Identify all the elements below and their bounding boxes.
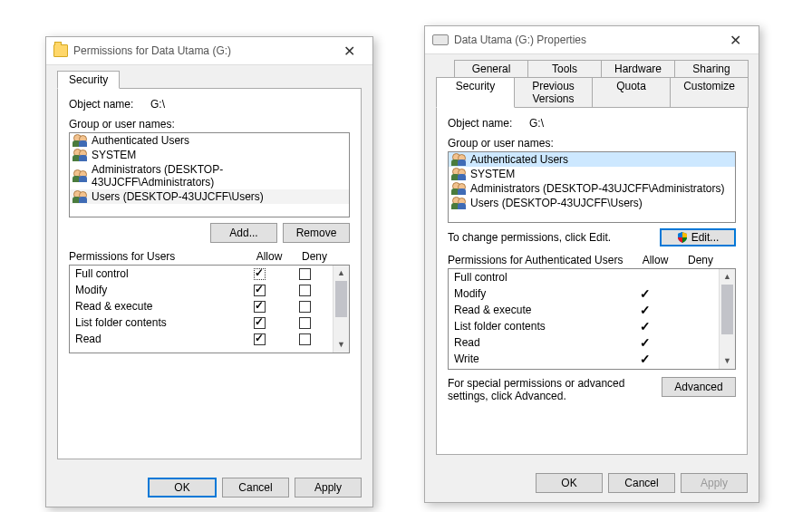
window-title: Permissions for Data Utama (G:)	[68, 44, 331, 57]
perm-row: Modify ✓	[449, 285, 719, 302]
allow-check-icon: ✓	[640, 352, 651, 366]
perm-row: List folder contents	[70, 314, 333, 331]
remove-button[interactable]: Remove	[283, 223, 350, 243]
allow-checkbox[interactable]	[254, 301, 266, 313]
perm-row: Modify	[70, 282, 333, 298]
permissions-listbox: Full control Modify ✓ Read & execute ✓	[448, 268, 736, 370]
scroll-thumb[interactable]	[721, 285, 733, 334]
apply-button[interactable]: Apply	[681, 473, 748, 493]
perm-row: List folder contents ✓	[449, 318, 719, 334]
list-item-label: Administrators (DESKTOP-43UJCFF\Administ…	[92, 163, 345, 188]
titlebar: Data Utama (G:) Properties ✕	[425, 26, 759, 54]
scroll-up-button[interactable]: ▲	[720, 269, 735, 285]
perm-name: List folder contents	[454, 320, 623, 333]
deny-header: Deny	[678, 254, 723, 266]
list-item[interactable]: Administrators (DESKTOP-43UJCFF\Administ…	[449, 181, 735, 196]
perm-name: Read	[75, 333, 237, 345]
allow-check-icon: ✓	[640, 319, 651, 333]
tab-hardware[interactable]: Hardware	[601, 60, 675, 78]
permissions-for-label: Permissions for Authenticated Users	[448, 254, 633, 266]
perm-name: Read	[454, 336, 623, 349]
group-user-label: Group or user names:	[69, 118, 350, 130]
group-user-label: Group or user names:	[448, 137, 736, 150]
perm-name: List folder contents	[75, 316, 237, 329]
list-item[interactable]: SYSTEM	[449, 167, 735, 181]
tab-customize[interactable]: Customize	[670, 77, 749, 108]
users-icon	[73, 134, 88, 147]
permissions-for-label: Permissions for Users	[69, 250, 246, 263]
tab-security[interactable]: Security	[436, 77, 515, 108]
tab-sharing[interactable]: Sharing	[674, 60, 749, 78]
ok-button[interactable]: OK	[536, 473, 603, 493]
deny-checkbox[interactable]	[299, 285, 311, 296]
tab-security[interactable]: Security	[57, 71, 120, 89]
deny-checkbox[interactable]	[299, 333, 311, 345]
list-item[interactable]: Users (DESKTOP-43UJCFF\Users)	[449, 196, 735, 210]
deny-checkbox[interactable]	[299, 301, 311, 313]
scroll-down-button[interactable]: ▼	[334, 337, 349, 353]
deny-header: Deny	[292, 250, 337, 263]
allow-check-icon: ✓	[640, 303, 651, 317]
group-user-listbox[interactable]: Authenticated Users SYSTEM Administrator…	[448, 151, 736, 223]
users-icon	[73, 169, 88, 182]
scrollbar[interactable]: ▲ ▼	[333, 266, 349, 353]
apply-button[interactable]: Apply	[295, 478, 362, 498]
list-item-label: Users (DESKTOP-43UJCFF\Users)	[92, 190, 264, 203]
tab-previous-versions[interactable]: Previous Versions	[514, 77, 593, 108]
users-icon	[73, 190, 88, 203]
list-item-label: Authenticated Users	[470, 153, 568, 166]
shield-icon	[677, 232, 688, 243]
tab-general[interactable]: General	[454, 60, 528, 78]
scroll-up-button[interactable]: ▲	[334, 266, 349, 281]
users-icon	[73, 149, 88, 161]
tab-quota[interactable]: Quota	[592, 77, 671, 108]
permissions-dialog: Permissions for Data Utama (G:) ✕ Securi…	[45, 36, 373, 507]
users-icon	[452, 182, 467, 195]
object-name-label: Object name:	[448, 117, 529, 130]
perm-name: Full control	[75, 267, 237, 280]
change-permissions-label: To change permissions, click Edit.	[448, 231, 660, 244]
ok-button[interactable]: OK	[148, 478, 217, 498]
scroll-down-button[interactable]: ▼	[720, 353, 735, 369]
tab-tools[interactable]: Tools	[527, 60, 602, 78]
perm-name: Write	[454, 353, 623, 365]
cancel-button[interactable]: Cancel	[608, 473, 675, 493]
scrollbar[interactable]: ▲ ▼	[719, 269, 735, 369]
perm-row: Full control	[449, 269, 719, 285]
titlebar: Permissions for Data Utama (G:) ✕	[46, 37, 372, 65]
allow-check-icon: ✓	[640, 335, 651, 350]
perm-row: Read	[70, 331, 333, 347]
perm-row: Read & execute	[70, 298, 333, 314]
allow-checkbox[interactable]	[254, 317, 266, 329]
perm-row: Write ✓	[449, 351, 719, 367]
allow-checkbox[interactable]	[254, 285, 266, 296]
group-user-listbox[interactable]: Authenticated Users SYSTEM Administrator…	[69, 132, 350, 217]
add-button[interactable]: Add...	[210, 223, 277, 243]
allow-checkbox[interactable]	[254, 268, 266, 280]
permissions-listbox: Full control Modify Read & execute	[69, 265, 350, 353]
list-item[interactable]: Administrators (DESKTOP-43UJCFF\Administ…	[70, 162, 349, 189]
object-name-value: G:\	[150, 98, 165, 111]
edit-button[interactable]: Edit...	[660, 228, 736, 246]
object-name-value: G:\	[529, 117, 544, 130]
allow-checkbox[interactable]	[254, 333, 266, 345]
close-button[interactable]: ✕	[717, 32, 753, 49]
drive-icon	[432, 34, 449, 45]
list-item[interactable]: Authenticated Users	[449, 152, 735, 167]
deny-checkbox[interactable]	[299, 317, 311, 329]
list-item-label: Users (DESKTOP-43UJCFF\Users)	[470, 197, 643, 209]
perm-name: Read & execute	[75, 300, 237, 313]
close-button[interactable]: ✕	[331, 43, 367, 60]
list-item-label: SYSTEM	[470, 168, 515, 180]
advanced-button[interactable]: Advanced	[662, 377, 736, 397]
deny-checkbox[interactable]	[299, 268, 311, 280]
edit-button-label: Edit...	[691, 231, 720, 244]
perm-name: Modify	[454, 287, 623, 300]
object-name-label: Object name:	[69, 98, 150, 111]
list-item[interactable]: Authenticated Users	[70, 133, 349, 148]
list-item[interactable]: SYSTEM	[70, 148, 349, 162]
scroll-thumb[interactable]	[335, 281, 347, 317]
cancel-button[interactable]: Cancel	[222, 478, 289, 498]
list-item[interactable]: Users (DESKTOP-43UJCFF\Users)	[70, 189, 349, 204]
list-item-label: SYSTEM	[92, 149, 136, 161]
